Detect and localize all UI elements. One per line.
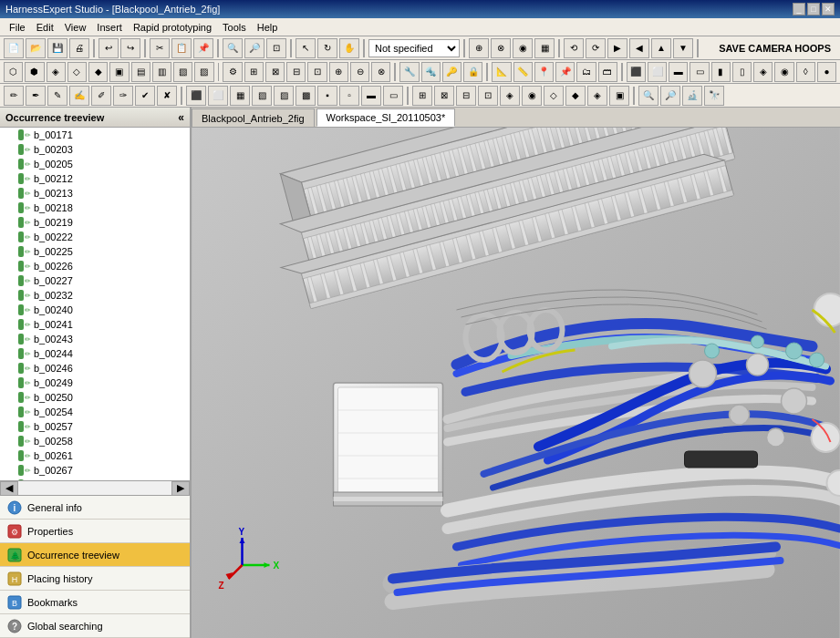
tb2-btn-10[interactable]: ▨ [194, 62, 213, 82]
open-button[interactable]: 📂 [26, 38, 46, 58]
nav-global-searching[interactable]: ? Global searching [0, 614, 190, 638]
tb2-btn-16[interactable]: ⊕ [329, 62, 348, 82]
tb2-btn-26[interactable]: 📌 [555, 62, 575, 82]
tb3-btn-24[interactable]: ◉ [522, 86, 542, 106]
tree-item[interactable]: ✏ b_00218 [0, 201, 190, 215]
tb3-btn-11[interactable]: ▦ [230, 86, 250, 106]
tb3-btn-10[interactable]: ⬜ [208, 86, 228, 106]
tree-item[interactable]: ✏ b_00249 [0, 376, 190, 390]
new-button[interactable]: 📄 [4, 38, 24, 58]
tb2-btn-18[interactable]: ⊗ [371, 62, 390, 82]
tb3-btn-2[interactable]: ✒ [26, 86, 46, 106]
tb2-btn-29[interactable]: ⬛ [627, 62, 646, 82]
tb3-btn-32[interactable]: 🔭 [704, 86, 724, 106]
view-dropdown[interactable]: Not specified [368, 39, 460, 57]
scroll-right-button[interactable]: ▶ [171, 481, 190, 496]
tb2-btn-11[interactable]: ⚙ [223, 62, 242, 82]
tb2-btn-2[interactable]: ⬢ [25, 62, 44, 82]
save-button[interactable]: 💾 [47, 38, 67, 58]
nav-placing-history[interactable]: H Placing history [0, 567, 190, 591]
tree-item[interactable]: ✏ b_00225 [0, 244, 190, 259]
zoom-in-button[interactable]: 🔍 [223, 38, 243, 58]
viewport-3d[interactable]: X Y Z [192, 128, 840, 638]
tb3-btn-31[interactable]: 🔬 [682, 86, 702, 106]
tree-item[interactable]: ✏ b_00219 [0, 215, 190, 230]
tree-item[interactable]: ✏ b_00261 [0, 448, 190, 463]
nav-properties[interactable]: ⚙ Properties [0, 520, 190, 543]
tab-blackpool[interactable]: Blackpool_Antrieb_2fig [192, 108, 315, 127]
tb3-btn-14[interactable]: ▩ [296, 86, 316, 106]
tb3-btn-25[interactable]: ◇ [544, 86, 564, 106]
menu-rapid-prototyping[interactable]: Rapid prototyping [128, 20, 217, 35]
tb2-btn-31[interactable]: ▬ [669, 62, 688, 82]
tree-item[interactable]: ✏ b_00226 [0, 259, 190, 273]
tb2-btn-15[interactable]: ⊡ [307, 62, 327, 82]
menu-insert[interactable]: Insert [91, 20, 128, 35]
minimize-button[interactable]: _ [793, 3, 805, 15]
fit-button[interactable]: ⊡ [266, 38, 286, 58]
tb3-btn-3[interactable]: ✎ [47, 86, 67, 106]
tb2-btn-35[interactable]: ◈ [753, 62, 773, 82]
tree-item[interactable]: ✏ b_00222 [0, 230, 190, 244]
tb-btn-j[interactable]: ▼ [673, 38, 693, 58]
tb2-btn-36[interactable]: ◉ [774, 62, 793, 82]
copy-button[interactable]: 📋 [171, 38, 192, 58]
tb3-btn-13[interactable]: ▨ [274, 86, 294, 106]
tb3-btn-15[interactable]: ▪ [317, 86, 337, 106]
nav-occurrence-treeview[interactable]: 🌲 Occurrence treeview [0, 543, 190, 567]
tb2-btn-13[interactable]: ⊠ [265, 62, 285, 82]
tb2-btn-22[interactable]: 🔒 [463, 62, 482, 82]
tree-item[interactable]: ✏ b_00267 [0, 463, 190, 478]
redo-button[interactable]: ↪ [120, 38, 140, 58]
tb3-btn-1[interactable]: ✏ [4, 86, 24, 106]
tree-item[interactable]: ✏ b_00212 [0, 171, 190, 186]
tb3-btn-27[interactable]: ◈ [587, 86, 607, 106]
horizontal-scrollbar[interactable]: ◀ ▶ [0, 480, 190, 495]
tb2-btn-20[interactable]: 🔩 [421, 62, 441, 82]
tb-btn-g[interactable]: ▶ [607, 38, 627, 58]
tb2-btn-3[interactable]: ◈ [47, 62, 66, 82]
tb3-btn-12[interactable]: ▧ [252, 86, 272, 106]
tree-item[interactable]: ✏ b_00244 [0, 346, 190, 361]
tb3-btn-18[interactable]: ▭ [383, 86, 403, 106]
tb3-btn-19[interactable]: ⊞ [412, 86, 432, 106]
tb3-btn-30[interactable]: 🔎 [660, 86, 680, 106]
print-button[interactable]: 🖨 [69, 38, 89, 58]
horizontal-scrollbar-track[interactable] [18, 481, 171, 495]
tb-btn-c[interactable]: ◉ [513, 38, 533, 58]
maximize-button[interactable]: □ [807, 3, 820, 15]
tb2-btn-24[interactable]: 📏 [513, 62, 533, 82]
tb3-btn-6[interactable]: ✑ [113, 86, 133, 106]
nav-general-info[interactable]: i General info [0, 496, 190, 520]
tree-item[interactable]: ✏ b_00205 [0, 157, 190, 171]
tb3-btn-4[interactable]: ✍ [69, 86, 89, 106]
menu-tools[interactable]: Tools [217, 20, 252, 35]
tb2-btn-17[interactable]: ⊖ [350, 62, 369, 82]
tb2-btn-30[interactable]: ⬜ [648, 62, 667, 82]
tb-btn-b[interactable]: ⊗ [491, 38, 511, 58]
tree-item[interactable]: ✏ b_00254 [0, 405, 190, 419]
tree-item[interactable]: ✏ b_00213 [0, 186, 190, 201]
tree-item[interactable]: ✏ b_00250 [0, 390, 190, 405]
tb2-btn-32[interactable]: ▭ [690, 62, 709, 82]
tb3-btn-5[interactable]: ✐ [91, 86, 111, 106]
tb2-btn-38[interactable]: ● [817, 62, 836, 82]
nav-bookmarks[interactable]: B Bookmarks [0, 591, 190, 614]
tb2-btn-9[interactable]: ▧ [173, 62, 192, 82]
tb2-btn-6[interactable]: ▣ [109, 62, 129, 82]
tb2-btn-21[interactable]: 🔑 [442, 62, 461, 82]
tb-btn-a[interactable]: ⊕ [469, 38, 489, 58]
tb3-btn-20[interactable]: ⊠ [434, 86, 454, 106]
tb2-btn-5[interactable]: ◆ [88, 62, 108, 82]
tb2-btn-33[interactable]: ▮ [711, 62, 731, 82]
tb-btn-d[interactable]: ▦ [534, 38, 555, 58]
tree-item[interactable]: ✏ b_00171 [0, 128, 190, 142]
zoom-out-button[interactable]: 🔎 [244, 38, 264, 58]
tb2-btn-23[interactable]: 📐 [492, 62, 511, 82]
tb2-btn-37[interactable]: ◊ [796, 62, 815, 82]
tb3-btn-16[interactable]: ▫ [339, 86, 359, 106]
select-button[interactable]: ↖ [296, 38, 316, 58]
tree-item[interactable]: ✏ b_00203 [0, 142, 190, 157]
menu-file[interactable]: File [4, 20, 31, 35]
tb-btn-f[interactable]: ⟳ [586, 38, 606, 58]
